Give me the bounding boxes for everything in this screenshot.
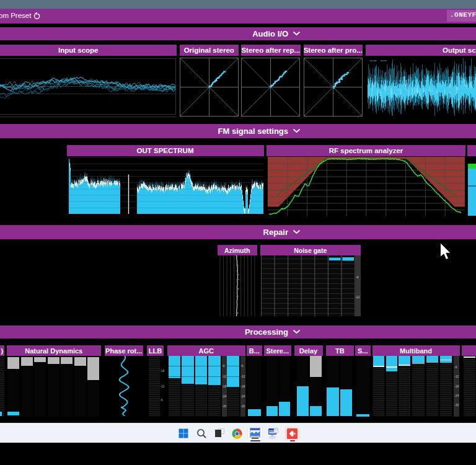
svg-text:-6: -6: [356, 275, 359, 279]
svg-text:-32768 32767: -32768 32767: [369, 60, 387, 62]
svg-text:-12: -12: [355, 295, 359, 299]
